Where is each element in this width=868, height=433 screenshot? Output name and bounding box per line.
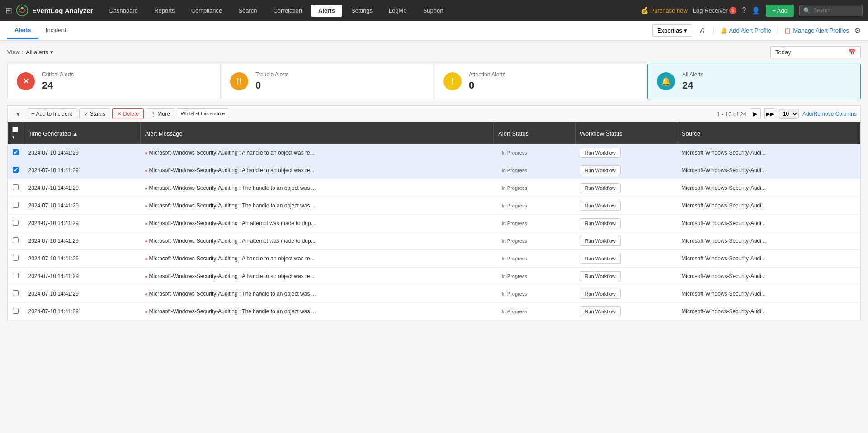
select-chevron[interactable]: ▾ <box>12 135 14 140</box>
row-checkbox-cell[interactable] <box>8 303 24 320</box>
attention-alerts-card[interactable]: ! Attention Alerts 0 <box>434 64 647 99</box>
add-button[interactable]: + Add <box>766 5 794 17</box>
row-workflow[interactable]: Run Workflow <box>575 285 677 303</box>
run-workflow-button[interactable]: Run Workflow <box>580 183 620 193</box>
row-checkbox[interactable] <box>13 237 19 243</box>
row-workflow[interactable]: Run Workflow <box>575 162 677 179</box>
purchase-now-link[interactable]: 💰 Purchase now <box>641 7 687 14</box>
row-checkbox[interactable] <box>13 220 19 226</box>
nav-reports[interactable]: Reports <box>147 5 182 17</box>
select-all-header[interactable]: ▾ <box>8 122 24 145</box>
per-page-select[interactable]: 10 <box>779 109 799 119</box>
trouble-alerts-card[interactable]: !! Trouble Alerts 0 <box>221 64 434 99</box>
run-workflow-button[interactable]: Run Workflow <box>580 271 620 281</box>
tab-incident[interactable]: Incident <box>38 22 74 39</box>
log-receiver-link[interactable]: Log Receiver 5 <box>693 7 737 14</box>
grid-icon[interactable]: ⊞ <box>5 5 12 15</box>
delete-button[interactable]: ✕ Delete <box>112 108 144 119</box>
row-checkbox-cell[interactable] <box>8 179 24 197</box>
row-checkbox[interactable] <box>13 167 19 173</box>
settings-gear-button[interactable]: ⚙ <box>854 26 861 35</box>
add-alert-profile-button[interactable]: 🔔 Add Alert Profile <box>720 27 771 34</box>
row-status: In Progress <box>494 303 576 320</box>
critical-alerts-card[interactable]: ✕ Critical Alerts 24 <box>7 64 221 99</box>
view-select-chevron: ▾ <box>50 49 53 56</box>
alert-cards-row: ✕ Critical Alerts 24 !! Trouble Alerts 0… <box>7 64 861 99</box>
row-workflow[interactable]: Run Workflow <box>575 197 677 215</box>
view-select-value: All alerts <box>26 49 48 56</box>
status-button[interactable]: ✓ Status <box>79 108 110 119</box>
row-checkbox-cell[interactable] <box>8 268 24 285</box>
user-avatar[interactable]: 👤 <box>751 6 760 15</box>
run-workflow-button[interactable]: Run Workflow <box>580 254 620 264</box>
view-select-dropdown[interactable]: All alerts ▾ <box>26 49 53 56</box>
table-head: ▾ Time Generated ▲ Alert Message Alert S… <box>8 122 861 145</box>
row-message: ● Microsoft-Windows-Security-Auditing : … <box>140 303 493 320</box>
alert-message-header[interactable]: Alert Message <box>140 122 493 145</box>
row-checkbox-cell[interactable] <box>8 162 24 179</box>
row-workflow[interactable]: Run Workflow <box>575 250 677 268</box>
source-header[interactable]: Source <box>677 122 860 145</box>
nav-alerts[interactable]: Alerts <box>311 5 342 17</box>
run-workflow-button[interactable]: Run Workflow <box>580 306 620 316</box>
workflow-status-header[interactable]: Workflow Status <box>575 122 677 145</box>
row-checkbox[interactable] <box>13 202 19 208</box>
row-checkbox[interactable] <box>13 290 19 296</box>
row-workflow[interactable]: Run Workflow <box>575 303 677 320</box>
filter-button[interactable]: ▼ <box>11 108 25 119</box>
tab-alerts[interactable]: Alerts <box>7 22 38 39</box>
nav-dashboard[interactable]: Dashboard <box>102 5 145 17</box>
row-checkbox-cell[interactable] <box>8 285 24 303</box>
status-badge: In Progress <box>498 255 531 262</box>
search-box[interactable]: 🔍 <box>799 5 863 16</box>
alert-status-header[interactable]: Alert Status <box>494 122 576 145</box>
nav-correlation[interactable]: Correlation <box>266 5 309 17</box>
manage-alert-profiles-button[interactable]: 📋 Manage Alert Profiles <box>784 27 849 34</box>
run-workflow-button[interactable]: Run Workflow <box>580 236 620 246</box>
row-time: 2024-07-10 14:41:29 <box>24 179 141 197</box>
prev-page-button[interactable]: ▶ <box>750 108 761 119</box>
row-checkbox-cell[interactable] <box>8 197 24 215</box>
select-all-checkbox[interactable] <box>12 127 18 132</box>
row-checkbox[interactable] <box>13 308 19 314</box>
run-workflow-button[interactable]: Run Workflow <box>580 165 620 175</box>
help-icon[interactable]: ? <box>742 6 746 14</box>
add-to-incident-button[interactable]: + Add to Incident <box>27 108 77 119</box>
row-checkbox-cell[interactable] <box>8 215 24 232</box>
add-alert-profile-label: Add Alert Profile <box>729 27 771 34</box>
more-button[interactable]: ⋮ More <box>146 108 175 119</box>
row-source: Microsoft-Windows-Security-Audi... <box>677 215 860 232</box>
row-workflow[interactable]: Run Workflow <box>575 268 677 285</box>
row-workflow[interactable]: Run Workflow <box>575 144 677 162</box>
run-workflow-button[interactable]: Run Workflow <box>580 289 620 299</box>
nav-settings[interactable]: Settings <box>344 5 380 17</box>
nav-support[interactable]: Support <box>416 5 451 17</box>
status-badge: In Progress <box>498 149 531 156</box>
row-message: ● Microsoft-Windows-Security-Auditing : … <box>140 285 493 303</box>
row-workflow[interactable]: Run Workflow <box>575 232 677 250</box>
row-workflow[interactable]: Run Workflow <box>575 179 677 197</box>
add-remove-columns-button[interactable]: Add/Remove Columns <box>802 111 857 117</box>
row-checkbox[interactable] <box>13 149 19 155</box>
nav-compliance[interactable]: Compliance <box>184 5 230 17</box>
search-input[interactable] <box>813 7 859 14</box>
print-icon-button[interactable]: 🖨 <box>698 25 707 36</box>
row-checkbox-cell[interactable] <box>8 144 24 162</box>
last-page-button[interactable]: ▶▶ <box>764 108 775 119</box>
row-checkbox-cell[interactable] <box>8 232 24 250</box>
run-workflow-button[interactable]: Run Workflow <box>580 201 620 211</box>
row-checkbox[interactable] <box>13 255 19 261</box>
date-filter-input[interactable]: Today 📅 <box>770 46 861 58</box>
nav-logme[interactable]: LogMe <box>382 5 414 17</box>
run-workflow-button[interactable]: Run Workflow <box>580 148 620 158</box>
row-workflow[interactable]: Run Workflow <box>575 215 677 232</box>
row-checkbox-cell[interactable] <box>8 250 24 268</box>
row-checkbox[interactable] <box>13 273 19 278</box>
nav-search[interactable]: Search <box>231 5 264 17</box>
export-as-button[interactable]: Export as ▾ <box>652 24 692 37</box>
time-generated-header[interactable]: Time Generated ▲ <box>24 122 141 145</box>
table-row: 2024-07-10 14:41:29 ● Microsoft-Windows-… <box>8 179 861 197</box>
row-checkbox[interactable] <box>13 184 19 190</box>
run-workflow-button[interactable]: Run Workflow <box>580 218 620 228</box>
all-alerts-card[interactable]: 🔔 All Alerts 24 <box>647 64 861 99</box>
